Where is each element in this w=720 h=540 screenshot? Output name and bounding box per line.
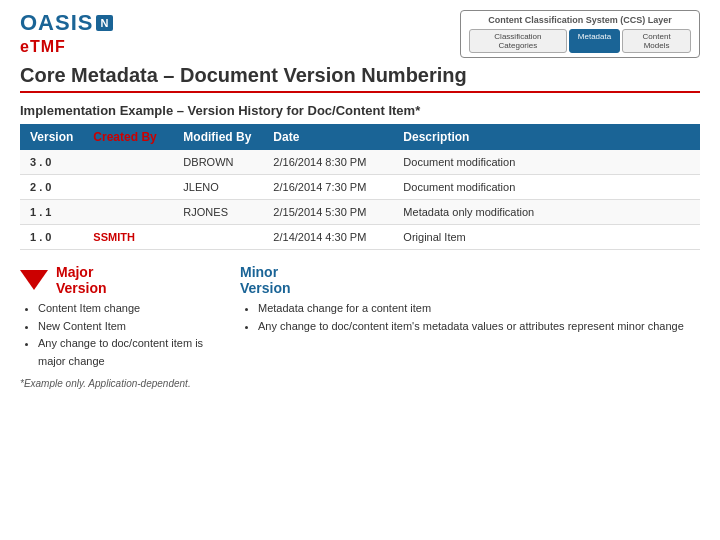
row3-date: 2/15/2014 5:30 PM — [263, 200, 393, 225]
list-item: Content Item change — [38, 300, 220, 318]
major-subtitle-text: Version — [56, 280, 107, 296]
major-version-title: Major Version — [20, 264, 220, 296]
oasis-icon: N — [96, 15, 113, 31]
row4-date: 2/14/2014 4:30 PM — [263, 225, 393, 250]
row3-modified-by: RJONES — [173, 200, 263, 225]
col-header-modified-by: Modified By — [173, 124, 263, 150]
ccs-tabs: Classification Categories Metadata Conte… — [469, 29, 691, 53]
etmf-text: TMF — [30, 38, 66, 55]
oasis-text: OASIS — [20, 10, 93, 36]
major-title-text: Major — [56, 264, 107, 280]
bottom-section: Major Version Content Item change New Co… — [0, 250, 720, 370]
row4-modified-by — [173, 225, 263, 250]
table-row: 2 . 0 JLENO 2/16/2014 7:30 PM Document m… — [20, 175, 700, 200]
page-header: OASIS N eTMF Content Classification Syst… — [0, 0, 720, 64]
version-table-container: Version Created By Modified By Date Desc… — [0, 124, 720, 250]
ccs-title: Content Classification System (CCS) Laye… — [469, 15, 691, 25]
row4-description: Original Item — [393, 225, 700, 250]
row3-version: 1 . 1 — [20, 200, 83, 225]
col-header-date: Date — [263, 124, 393, 150]
row2-date: 2/16/2014 7:30 PM — [263, 175, 393, 200]
major-version-box: Major Version Content Item change New Co… — [20, 264, 220, 370]
etmf-logo: eTMF — [20, 38, 66, 56]
subtitle: Implementation Example – Version History… — [0, 93, 720, 124]
table-row: 1 . 1 RJONES 2/15/2014 5:30 PM Metadata … — [20, 200, 700, 225]
minor-version-title: Minor Version — [240, 264, 700, 296]
list-item: Any change to doc/content item's metadat… — [258, 318, 700, 336]
minor-version-list: Metadata change for a content item Any c… — [240, 300, 700, 335]
down-arrow-icon — [20, 270, 48, 290]
list-item: Any change to doc/content item is major … — [38, 335, 220, 370]
table-row: 3 . 0 DBROWN 2/16/2014 8:30 PM Document … — [20, 150, 700, 175]
row2-created-by — [83, 175, 173, 200]
table-header: Version Created By Modified By Date Desc… — [20, 124, 700, 150]
footnote: *Example only. Application-dependent. — [0, 370, 720, 389]
row3-description: Metadata only modification — [393, 200, 700, 225]
page-title-wrapper: Core Metadata – Document Version Numberi… — [20, 64, 700, 91]
title-container: Core Metadata – Document Version Numberi… — [20, 64, 700, 93]
row2-description: Document modification — [393, 175, 700, 200]
version-table: Version Created By Modified By Date Desc… — [20, 124, 700, 250]
row2-modified-by: JLENO — [173, 175, 263, 200]
col-header-version: Version — [20, 124, 83, 150]
row1-date: 2/16/2014 8:30 PM — [263, 150, 393, 175]
row2-version: 2 . 0 — [20, 175, 83, 200]
table-row: 1 . 0 SSMITH 2/14/2014 4:30 PM Original … — [20, 225, 700, 250]
table-header-row: Version Created By Modified By Date Desc… — [20, 124, 700, 150]
ccs-box: Content Classification System (CCS) Laye… — [460, 10, 700, 58]
col-header-created-by: Created By — [83, 124, 173, 150]
row4-created-by: SSMITH — [83, 225, 173, 250]
logo-area: OASIS N eTMF — [20, 10, 113, 56]
ccs-tab-classification[interactable]: Classification Categories — [469, 29, 567, 53]
row1-modified-by: DBROWN — [173, 150, 263, 175]
row1-created-by — [83, 150, 173, 175]
page-title: Core Metadata – Document Version Numberi… — [20, 64, 467, 86]
minor-subtitle-text: Version — [240, 280, 291, 296]
list-item: New Content Item — [38, 318, 220, 336]
ccs-tab-content-models[interactable]: Content Models — [622, 29, 691, 53]
row4-version: 1 . 0 — [20, 225, 83, 250]
major-version-list: Content Item change New Content Item Any… — [20, 300, 220, 370]
list-item: Metadata change for a content item — [258, 300, 700, 318]
col-header-description: Description — [393, 124, 700, 150]
ccs-tab-metadata[interactable]: Metadata — [569, 29, 620, 53]
row1-description: Document modification — [393, 150, 700, 175]
row3-created-by — [83, 200, 173, 225]
oasis-logo: OASIS N — [20, 10, 113, 36]
row1-version: 3 . 0 — [20, 150, 83, 175]
minor-title-text: Minor — [240, 264, 278, 280]
minor-version-box: Minor Version Metadata change for a cont… — [240, 264, 700, 370]
table-body: 3 . 0 DBROWN 2/16/2014 8:30 PM Document … — [20, 150, 700, 250]
